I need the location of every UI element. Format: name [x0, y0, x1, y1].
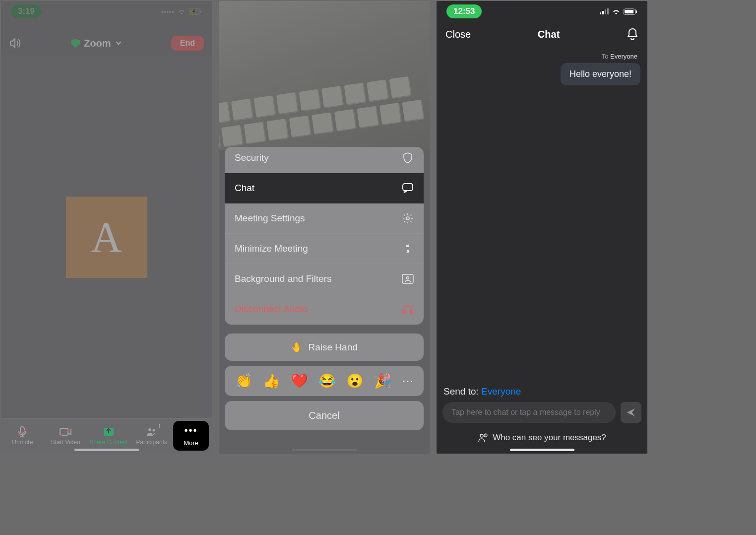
share-icon: [102, 427, 115, 437]
send-icon: [626, 407, 636, 417]
chat-screen: 12:53 Close Chat To Everyone Hello every…: [437, 1, 647, 454]
person-question-icon: ?: [478, 433, 488, 443]
battery-icon: [624, 8, 637, 15]
gear-icon: [402, 212, 414, 224]
svg-point-11: [407, 277, 409, 279]
status-icons: [600, 8, 637, 15]
unmute-button[interactable]: Unmute: [1, 419, 44, 454]
reaction-tada[interactable]: 🎉: [374, 373, 391, 389]
meeting-title[interactable]: Zoom: [71, 38, 122, 49]
minimize-icon: [402, 243, 414, 255]
svg-rect-20: [636, 10, 637, 13]
security-label: Security: [235, 152, 269, 163]
menu-security[interactable]: Security: [225, 147, 424, 173]
svg-text:?: ?: [485, 434, 487, 437]
menu-background[interactable]: Background and Filters: [225, 264, 424, 294]
chat-input[interactable]: [442, 402, 616, 423]
more-icon: •••: [184, 425, 197, 436]
wifi-icon: [177, 8, 186, 15]
home-indicator[interactable]: [510, 449, 574, 451]
zoom-label: Zoom: [84, 38, 111, 49]
compose-row: [437, 402, 647, 429]
svg-rect-16: [605, 9, 606, 14]
svg-point-9: [406, 217, 409, 220]
chat-icon: [402, 182, 414, 194]
send-to-label: Send to:: [443, 386, 479, 397]
battery-icon: [189, 8, 202, 15]
reaction-thumbsup[interactable]: 👍: [263, 373, 280, 389]
avatar: A: [66, 197, 147, 278]
svg-point-21: [480, 434, 483, 437]
participants-button[interactable]: 1 Participants: [130, 419, 173, 454]
svg-rect-19: [625, 10, 633, 13]
minimize-label: Minimize Meeting: [235, 243, 308, 254]
send-to-value[interactable]: Everyone: [481, 386, 521, 397]
menu-settings[interactable]: Meeting Settings: [225, 203, 424, 234]
participants-count: 1: [158, 424, 161, 429]
svg-rect-4: [60, 428, 68, 435]
end-button[interactable]: End: [171, 36, 204, 51]
svg-point-6: [148, 428, 151, 431]
time-pill: 3:19: [11, 4, 42, 18]
status-bar: 3:19 •••••: [1, 1, 212, 22]
avatar-letter: A: [91, 212, 122, 262]
chat-title: Chat: [538, 29, 560, 40]
chat-label: Chat: [235, 183, 254, 194]
notification-icon[interactable]: [627, 28, 638, 41]
wifi-icon: [612, 8, 621, 15]
message-bubble[interactable]: Hello everyone!: [561, 63, 640, 85]
send-button[interactable]: [621, 402, 641, 423]
reaction-more[interactable]: ···: [402, 373, 413, 389]
background-icon: [402, 273, 414, 285]
camera-off-icon: [59, 427, 72, 437]
unmute-label: Unmute: [12, 439, 33, 446]
chat-header: Close Chat: [437, 22, 647, 51]
more-menu-screen: Security Chat Meeting Settings Minimize …: [219, 1, 430, 454]
menu-chat[interactable]: Chat: [225, 173, 424, 203]
video-area[interactable]: A: [1, 56, 212, 419]
svg-rect-17: [607, 8, 609, 14]
meeting-header: Zoom End: [1, 22, 212, 56]
start-video-label: Start Video: [51, 439, 80, 446]
shield-icon: [71, 39, 80, 48]
close-button[interactable]: Close: [445, 29, 471, 40]
send-to-row[interactable]: Send to: Everyone: [437, 386, 647, 402]
bottom-toolbar: Unmute Start Video Share Content 1 Parti…: [1, 419, 212, 454]
menu-minimize[interactable]: Minimize Meeting: [225, 234, 424, 264]
raise-hand-emoji: 🤚: [291, 342, 303, 352]
speaker-icon[interactable]: [9, 38, 22, 49]
status-bar: 12:53: [437, 1, 647, 22]
reaction-joy[interactable]: 😂: [318, 373, 336, 389]
share-content-button[interactable]: Share Content: [87, 419, 130, 454]
who-label: Who can see your messages?: [493, 433, 606, 443]
raise-hand-label: Raise Hand: [309, 342, 358, 352]
background-label: Background and Filters: [235, 273, 331, 284]
shield-icon: [402, 152, 414, 164]
more-label: More: [184, 439, 198, 447]
share-label: Share Content: [89, 439, 127, 446]
disconnect-label: Disconnect Audio: [235, 304, 308, 315]
menu-disconnect-audio[interactable]: Disconnect Audio: [225, 294, 424, 325]
more-button[interactable]: ••• More: [173, 421, 209, 451]
reaction-wow[interactable]: 😮: [346, 373, 364, 389]
mic-off-icon: [16, 427, 29, 437]
headphones-off-icon: [402, 303, 414, 315]
reactions-row: 👏 👍 ❤️ 😂 😮 🎉 ···: [225, 366, 424, 396]
svg-rect-3: [20, 427, 24, 433]
svg-rect-14: [600, 12, 601, 14]
start-video-button[interactable]: Start Video: [44, 419, 87, 454]
zoom-meeting-screen: 3:19 ••••• Zoom End A Unmute: [1, 1, 212, 454]
video-preview: [219, 1, 430, 150]
cancel-button[interactable]: Cancel: [225, 401, 424, 430]
settings-label: Meeting Settings: [235, 213, 305, 224]
reaction-heart[interactable]: ❤️: [291, 373, 308, 389]
reaction-clap[interactable]: 👏: [235, 373, 252, 389]
chevron-down-icon: [115, 41, 122, 46]
svg-rect-2: [200, 10, 201, 13]
more-menu-sheet: Security Chat Meeting Settings Minimize …: [225, 147, 424, 325]
chat-messages[interactable]: To Everyone Hello everyone!: [437, 51, 647, 386]
status-icons: •••••: [161, 7, 202, 16]
svg-rect-8: [403, 184, 413, 191]
svg-point-7: [152, 429, 155, 432]
raise-hand-button[interactable]: 🤚 Raise Hand: [225, 334, 424, 361]
